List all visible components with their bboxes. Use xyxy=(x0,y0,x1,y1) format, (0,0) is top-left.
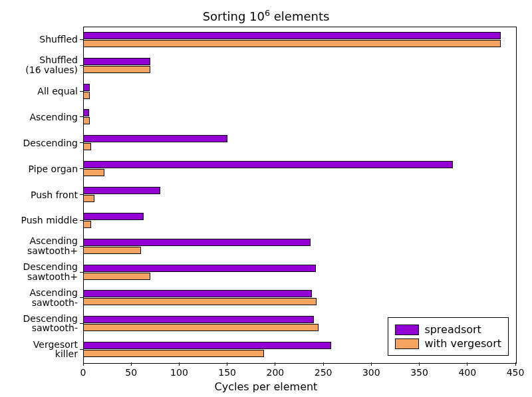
x-tick-mark xyxy=(275,362,275,366)
bar-vergesort xyxy=(83,143,91,150)
chart-container: Sorting 106 elements Cycles per element … xyxy=(0,0,532,397)
bar-spreadsort xyxy=(83,84,90,91)
legend-swatch-icon xyxy=(395,338,419,349)
bar-spreadsort xyxy=(83,239,311,246)
x-tick-label: 150 xyxy=(218,367,236,378)
bar-vergesort xyxy=(83,247,141,254)
x-tick-mark xyxy=(323,362,324,366)
bar-spreadsort xyxy=(83,109,89,116)
y-tick-label: Descending xyxy=(23,138,78,148)
bar-vergesort xyxy=(83,40,501,47)
x-tick-label: 100 xyxy=(170,367,188,378)
y-tick-label: Descendingsawtooth+ xyxy=(23,262,78,281)
bar-vergesort xyxy=(83,195,94,202)
bar-spreadsort xyxy=(83,316,314,323)
x-tick-mark xyxy=(419,362,420,366)
bar-vergesort xyxy=(83,350,264,357)
legend-label: with vergesort xyxy=(424,337,501,350)
bar-spreadsort xyxy=(83,265,316,272)
bar-vergesort xyxy=(83,117,90,124)
bar-spreadsort xyxy=(83,342,331,349)
y-tick-label: Shuffled(16 values) xyxy=(25,56,78,75)
bar-spreadsort xyxy=(83,213,144,220)
bar-vergesort xyxy=(83,169,104,176)
y-tick-label: Push front xyxy=(31,190,78,199)
bar-vergesort xyxy=(83,66,150,73)
x-tick-label: 0 xyxy=(80,367,86,378)
y-tick-label: Vergesortkiller xyxy=(33,340,78,359)
bar-vergesort xyxy=(83,324,319,331)
bar-spreadsort xyxy=(83,161,453,168)
x-tick-label: 250 xyxy=(315,367,332,378)
x-tick-label: 50 xyxy=(125,367,137,378)
x-tick-mark xyxy=(371,362,372,366)
y-tick-label: Push middle xyxy=(21,215,78,225)
legend-label: spreadsort xyxy=(424,323,481,336)
x-tick-label: 450 xyxy=(507,367,525,378)
x-tick-label: 350 xyxy=(410,367,428,378)
bar-vergesort xyxy=(83,92,90,99)
bar-vergesort xyxy=(83,221,91,228)
y-tick-label: Pipe organ xyxy=(29,164,78,174)
bar-spreadsort xyxy=(83,135,227,142)
bar-spreadsort xyxy=(83,187,160,194)
legend-item-vergesort: with vergesort xyxy=(395,337,501,350)
x-tick-mark xyxy=(467,362,467,366)
x-tick-label: 200 xyxy=(267,367,285,378)
plot-area xyxy=(83,27,517,364)
y-tick-label: All equal xyxy=(37,86,78,96)
bar-spreadsort xyxy=(83,58,150,65)
x-tick-label: 300 xyxy=(362,367,380,378)
x-axis-label: Cycles per element xyxy=(0,380,532,393)
bar-spreadsort xyxy=(83,32,501,39)
bar-vergesort xyxy=(83,298,317,305)
y-tick-label: Descendingsawtooth- xyxy=(23,314,78,333)
bar-spreadsort xyxy=(83,290,312,297)
x-tick-mark xyxy=(83,362,84,366)
x-tick-mark xyxy=(179,362,180,366)
x-tick-label: 400 xyxy=(458,367,476,378)
x-tick-mark xyxy=(131,362,132,366)
legend-swatch-icon xyxy=(395,325,419,335)
x-tick-mark xyxy=(515,362,516,366)
legend: spreadsort with vergesort xyxy=(388,317,509,356)
x-tick-mark xyxy=(227,362,227,366)
bar-vergesort xyxy=(83,273,150,280)
legend-item-spreadsort: spreadsort xyxy=(395,323,501,336)
y-tick-label: Ascendingsawtooth- xyxy=(29,288,78,307)
y-tick-label: Ascending xyxy=(29,112,78,122)
y-tick-label: Ascendingsawtooth+ xyxy=(27,237,78,256)
chart-title: Sorting 106 elements xyxy=(0,8,532,23)
y-tick-label: Shuffled xyxy=(39,35,78,45)
